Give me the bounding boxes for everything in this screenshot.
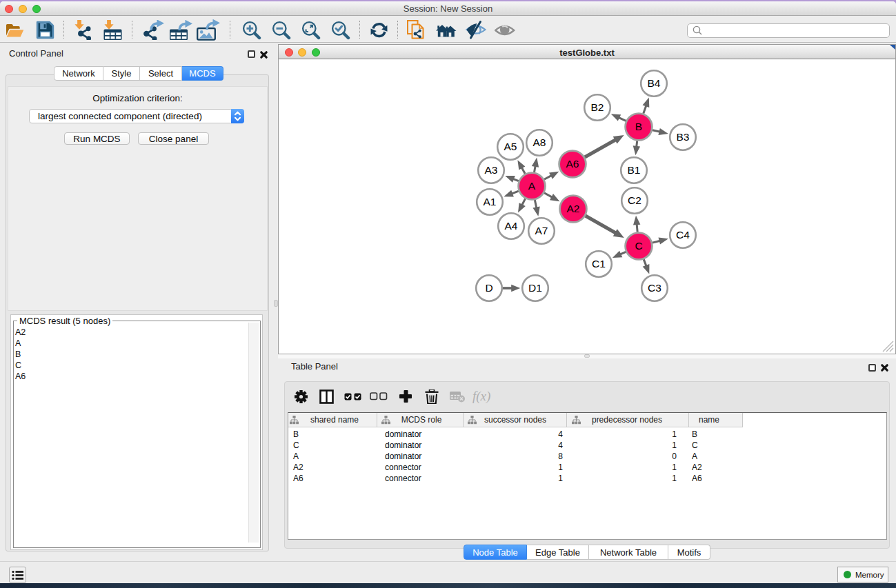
svg-text:A6: A6 bbox=[566, 158, 579, 170]
svg-text:A8: A8 bbox=[533, 136, 546, 148]
svg-text:A1: A1 bbox=[484, 196, 497, 207]
svg-text:B1: B1 bbox=[628, 164, 641, 176]
svg-text:f(x): f(x) bbox=[472, 389, 490, 404]
svg-text:A4: A4 bbox=[505, 220, 518, 232]
svg-text:C1: C1 bbox=[592, 258, 606, 270]
svg-text:C: C bbox=[635, 240, 642, 252]
svg-text:B4: B4 bbox=[648, 77, 661, 89]
svg-text:A2: A2 bbox=[567, 203, 580, 214]
svg-text:D: D bbox=[485, 282, 492, 294]
svg-text:D1: D1 bbox=[528, 282, 542, 294]
svg-text:A7: A7 bbox=[535, 225, 548, 236]
svg-text:B: B bbox=[635, 121, 642, 132]
svg-text:C3: C3 bbox=[648, 282, 661, 294]
svg-text:A: A bbox=[528, 180, 536, 192]
svg-text:C4: C4 bbox=[676, 229, 690, 241]
svg-text:A3: A3 bbox=[485, 164, 498, 176]
svg-text:B2: B2 bbox=[591, 101, 604, 113]
svg-text:C2: C2 bbox=[628, 194, 641, 206]
svg-text:A5: A5 bbox=[504, 141, 517, 152]
svg-text:B3: B3 bbox=[677, 131, 690, 143]
